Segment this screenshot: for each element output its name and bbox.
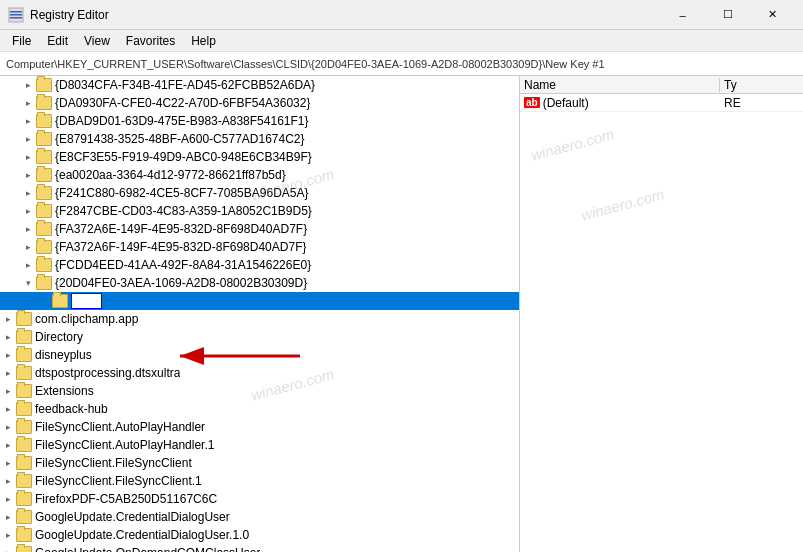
- registry-type-default: RE: [720, 96, 803, 110]
- tree-item[interactable]: ▸FileSyncClient.FileSyncClient: [0, 454, 519, 472]
- folder-icon: [36, 186, 52, 200]
- tree-item-label: Directory: [35, 330, 83, 344]
- tree-item-label-box: shell: [71, 293, 102, 309]
- folder-icon: [36, 222, 52, 236]
- tree-item[interactable]: ▸FileSyncClient.FileSyncClient.1: [0, 472, 519, 490]
- tree-item[interactable]: ▸FileSyncClient.AutoPlayHandler: [0, 418, 519, 436]
- folder-icon: [16, 528, 32, 542]
- menu-favorites[interactable]: Favorites: [118, 32, 183, 50]
- tree-item-label: {D8034CFA-F34B-41FE-AD45-62FCBB52A6DA}: [55, 78, 315, 92]
- close-button[interactable]: ✕: [750, 0, 795, 30]
- tree-item[interactable]: ▸disneyplus: [0, 346, 519, 364]
- tree-item[interactable]: ▸{E8CF3E55-F919-49D9-ABC0-948E6CB34B9F}: [0, 148, 519, 166]
- tree-item[interactable]: ▾{20D04FE0-3AEA-1069-A2D8-08002B30309D}: [0, 274, 519, 292]
- tree-item-label: FileSyncClient.AutoPlayHandler: [35, 420, 205, 434]
- tree-expander[interactable]: ▸: [20, 167, 36, 183]
- tree-expander[interactable]: ▸: [0, 437, 16, 453]
- tree-item-label: {FA372A6F-149F-4E95-832D-8F698D40AD7F}: [55, 240, 306, 254]
- tree-item[interactable]: ▸{FCDD4EED-41AA-492F-8A84-31A1546226E0}: [0, 256, 519, 274]
- window-title: Registry Editor: [30, 8, 109, 22]
- minimize-button[interactable]: –: [660, 0, 705, 30]
- folder-icon: [16, 330, 32, 344]
- tree-expander[interactable]: ▸: [20, 239, 36, 255]
- tree-item[interactable]: ▸FirefoxPDF-C5AB250D51167C6C: [0, 490, 519, 508]
- tree-item[interactable]: ▸{DBAD9D01-63D9-475E-B983-A838F54161F1}: [0, 112, 519, 130]
- menu-bar: File Edit View Favorites Help: [0, 30, 803, 52]
- tree-expander[interactable]: [36, 293, 52, 309]
- folder-icon: [36, 132, 52, 146]
- title-bar: Registry Editor – ☐ ✕: [0, 0, 803, 30]
- tree-item[interactable]: ▸GoogleUpdate.CredentialDialogUser.1.0: [0, 526, 519, 544]
- menu-help[interactable]: Help: [183, 32, 224, 50]
- tree-expander[interactable]: ▸: [20, 113, 36, 129]
- tree-item-label: {F241C880-6982-4CE5-8CF7-7085BA96DA5A}: [55, 186, 309, 200]
- svg-rect-3: [10, 17, 22, 19]
- app-icon: [8, 7, 24, 23]
- tree-expander[interactable]: ▸: [20, 95, 36, 111]
- registry-default-label: (Default): [543, 96, 589, 110]
- tree-item[interactable]: ▸dtspostprocessing.dtsxultra: [0, 364, 519, 382]
- tree-expander[interactable]: ▸: [20, 77, 36, 93]
- svg-rect-2: [10, 14, 22, 16]
- tree-expander[interactable]: ▸: [0, 509, 16, 525]
- tree-expander[interactable]: ▸: [0, 311, 16, 327]
- tree-expander[interactable]: ▸: [0, 491, 16, 507]
- tree-expander[interactable]: ▾: [20, 275, 36, 291]
- tree-item-label: {E8791438-3525-48BF-A600-C577AD1674C2}: [55, 132, 305, 146]
- folder-icon: [16, 366, 32, 380]
- folder-icon: [16, 456, 32, 470]
- svg-rect-1: [10, 11, 22, 13]
- tree-item[interactable]: ▸{ea0020aa-3364-4d12-9772-86621ff87b5d}: [0, 166, 519, 184]
- right-pane: Name Ty ab (Default) RE winaero.com wina…: [520, 76, 803, 552]
- tree-item[interactable]: ▸{D8034CFA-F34B-41FE-AD45-62FCBB52A6DA}: [0, 76, 519, 94]
- tree-expander[interactable]: ▸: [20, 149, 36, 165]
- tree-expander[interactable]: ▸: [0, 419, 16, 435]
- tree-expander[interactable]: ▸: [20, 221, 36, 237]
- folder-icon: [52, 294, 68, 308]
- folder-icon: [36, 204, 52, 218]
- tree-item[interactable]: ▸GoogleUpdate.OnDemandCOMClassUser: [0, 544, 519, 552]
- tree-expander[interactable]: ▸: [0, 383, 16, 399]
- watermark-1: winaero.com: [530, 136, 615, 153]
- folder-icon: [16, 474, 32, 488]
- tree-expander[interactable]: ▸: [20, 185, 36, 201]
- tree-item[interactable]: ▸{FA372A6E-149F-4E95-832D-8F698D40AD7F}: [0, 220, 519, 238]
- tree-item[interactable]: ▸{E8791438-3525-48BF-A600-C577AD1674C2}: [0, 130, 519, 148]
- tree-expander[interactable]: ▸: [0, 401, 16, 417]
- tree-item[interactable]: ▸{F2847CBE-CD03-4C83-A359-1A8052C1B9D5}: [0, 202, 519, 220]
- tree-item[interactable]: ▸Directory: [0, 328, 519, 346]
- menu-file[interactable]: File: [4, 32, 39, 50]
- tree-item[interactable]: ▸{F241C880-6982-4CE5-8CF7-7085BA96DA5A}: [0, 184, 519, 202]
- tree-expander[interactable]: ▸: [0, 347, 16, 363]
- tree-expander[interactable]: ▸: [0, 545, 16, 552]
- tree-item[interactable]: ▸Extensions: [0, 382, 519, 400]
- tree-item[interactable]: ▸GoogleUpdate.CredentialDialogUser: [0, 508, 519, 526]
- col-type-header[interactable]: Ty: [720, 78, 803, 92]
- menu-edit[interactable]: Edit: [39, 32, 76, 50]
- tree-expander[interactable]: ▸: [0, 365, 16, 381]
- tree-expander[interactable]: ▸: [0, 455, 16, 471]
- tree-item[interactable]: ▸feedback-hub: [0, 400, 519, 418]
- tree-item-label: {ea0020aa-3364-4d12-9772-86621ff87b5d}: [55, 168, 286, 182]
- tree-item-label: {E8CF3E55-F919-49D9-ABC0-948E6CB34B9F}: [55, 150, 312, 164]
- tree-pane[interactable]: ▸{D8034CFA-F34B-41FE-AD45-62FCBB52A6DA}▸…: [0, 76, 520, 552]
- tree-expander[interactable]: ▸: [0, 473, 16, 489]
- tree-item[interactable]: shell: [0, 292, 519, 310]
- menu-view[interactable]: View: [76, 32, 118, 50]
- tree-expander[interactable]: ▸: [20, 203, 36, 219]
- tree-item[interactable]: ▸{DA0930FA-CFE0-4C22-A70D-6FBF54A36032}: [0, 94, 519, 112]
- tree-expander[interactable]: ▸: [20, 131, 36, 147]
- tree-item[interactable]: ▸com.clipchamp.app: [0, 310, 519, 328]
- tree-item[interactable]: ▸{FA372A6F-149F-4E95-832D-8F698D40AD7F}: [0, 238, 519, 256]
- col-name-header[interactable]: Name: [520, 78, 720, 92]
- tree-expander[interactable]: ▸: [20, 257, 36, 273]
- tree-expander[interactable]: ▸: [0, 329, 16, 345]
- folder-icon: [16, 492, 32, 506]
- folder-icon: [36, 276, 52, 290]
- registry-row-default[interactable]: ab (Default) RE: [520, 94, 803, 112]
- maximize-button[interactable]: ☐: [705, 0, 750, 30]
- tree-item-label: GoogleUpdate.OnDemandCOMClassUser: [35, 546, 260, 552]
- folder-icon: [36, 96, 52, 110]
- tree-expander[interactable]: ▸: [0, 527, 16, 543]
- tree-item[interactable]: ▸FileSyncClient.AutoPlayHandler.1: [0, 436, 519, 454]
